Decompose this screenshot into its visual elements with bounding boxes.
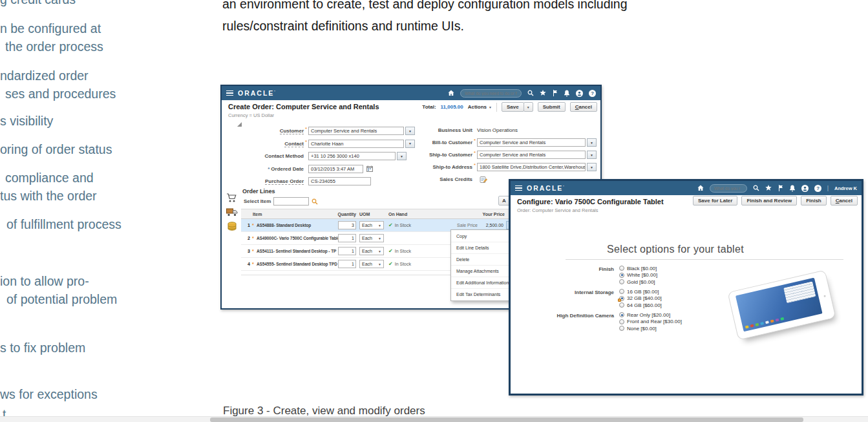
save-button[interactable]: Save: [502, 102, 524, 112]
option-group-label: High Definition Camera: [511, 312, 614, 331]
uom-select[interactable]: Each▼: [359, 247, 384, 255]
search-icon[interactable]: [753, 185, 759, 191]
order-form-right-column: Business Unit*Vision OperationsBill-to C…: [372, 124, 597, 185]
column-header: Quantity: [338, 209, 356, 218]
save-for-later-button[interactable]: Save for Later: [693, 196, 737, 206]
form-row-right: Ship-to Customer*Computer Service and Re…: [372, 149, 597, 161]
context-menu-item[interactable]: Edit Line Details: [451, 242, 509, 253]
select-item-input[interactable]: [273, 197, 309, 206]
cart-icon[interactable]: [226, 193, 237, 203]
home-icon[interactable]: [697, 185, 704, 191]
column-header: UOM: [359, 209, 370, 218]
radio-option[interactable]: 64 GB [$60.00]: [619, 302, 662, 308]
left-text-fragment: ion to allow pro-: [0, 274, 89, 289]
edit-sales-credits-icon[interactable]: [478, 175, 488, 184]
dropdown-button[interactable]: ▼: [587, 163, 597, 171]
radio-button[interactable]: [619, 273, 624, 278]
favorites-star-icon[interactable]: [540, 90, 546, 96]
favorites-star-icon[interactable]: [765, 185, 772, 191]
field-label-text: Sales Credits: [439, 176, 472, 182]
check-icon: ✔: [388, 222, 393, 228]
user-circle-icon[interactable]: [801, 185, 809, 192]
uom-select[interactable]: Each▼: [359, 221, 384, 229]
scrollbar-thumb[interactable]: [210, 417, 803, 422]
context-menu-item[interactable]: Manage Attachments: [451, 265, 509, 277]
field-label: Customer: [223, 128, 304, 134]
search-input[interactable]: [465, 91, 517, 96]
quantity-input[interactable]: [338, 221, 356, 229]
radio-button[interactable]: [619, 296, 624, 301]
menu-icon[interactable]: [226, 90, 233, 96]
search-icon[interactable]: [527, 90, 534, 96]
field-label: Purchase Order: [223, 178, 304, 184]
home-icon[interactable]: [448, 90, 454, 96]
flag-icon[interactable]: [552, 90, 558, 96]
context-menu-item[interactable]: Edit Additional Information: [451, 277, 509, 288]
radio-option[interactable]: White [$0.00]: [619, 273, 657, 278]
dropdown-button[interactable]: ▼: [587, 138, 597, 147]
save-options-button[interactable]: ▼: [524, 102, 533, 112]
heading-rule: [566, 259, 843, 260]
tablet-camera-dot: [823, 295, 826, 297]
submit-button[interactable]: Submit: [538, 102, 566, 112]
line-number: 3: [241, 245, 250, 257]
field-input[interactable]: Computer Service and Rentals: [477, 151, 586, 159]
chevron-down-icon: ▼: [378, 224, 381, 227]
radio-label: Rear Only [$20.00]: [627, 312, 670, 318]
context-menu-item[interactable]: Edit Tax Determinants: [451, 288, 509, 300]
coins-icon[interactable]: [227, 222, 237, 231]
radio-button[interactable]: [619, 302, 624, 308]
finish-button[interactable]: Finish: [801, 196, 827, 206]
help-icon[interactable]: ?: [589, 90, 596, 97]
quantity-input[interactable]: [338, 234, 356, 242]
radio-button[interactable]: [619, 279, 624, 284]
search-icon[interactable]: [312, 198, 318, 205]
quantity-input[interactable]: [338, 247, 356, 255]
radio-button[interactable]: [619, 289, 624, 294]
help-icon[interactable]: ?: [814, 185, 821, 192]
field-input[interactable]: 03/12/2015 3:47 AM: [308, 165, 363, 173]
required-asterisk: *: [252, 245, 254, 257]
radio-option[interactable]: 32 GB [$40.00]: [619, 296, 662, 301]
context-menu-item[interactable]: Copy: [451, 231, 509, 242]
context-menu-item[interactable]: Delete: [451, 253, 509, 265]
radio-button[interactable]: [619, 326, 624, 331]
radio-option[interactable]: 16 GB [$0.00]: [619, 289, 662, 294]
field-input[interactable]: Computer Service and Rentals: [477, 138, 586, 147]
radio-option[interactable]: Front and Rear [$30.00]: [619, 319, 682, 324]
field-input[interactable]: 1800 Satellite Drive,Distribution Center…: [477, 163, 586, 171]
radio-option[interactable]: Rear Only [$20.00]: [619, 312, 682, 317]
radio-button[interactable]: [619, 266, 624, 271]
cancel-button[interactable]: Cancel: [831, 196, 858, 206]
notifications-bell-icon[interactable]: [789, 185, 796, 192]
radio-option[interactable]: Black [$0.00]: [619, 266, 657, 271]
radio-option[interactable]: Gold [$0.00]: [619, 279, 657, 284]
uom-select[interactable]: Each▼: [359, 260, 384, 268]
options-heading: Select options for your tablet: [511, 244, 840, 255]
user-name[interactable]: Andrew K: [834, 185, 857, 191]
total-value: 11,005.00: [441, 104, 463, 110]
field-label: Ship-to Address: [372, 164, 472, 170]
actions-dropdown[interactable]: Actions▼: [468, 104, 492, 110]
uom-select[interactable]: Each▼: [359, 234, 384, 242]
cancel-button[interactable]: Cancel: [570, 102, 597, 112]
search-input[interactable]: [714, 186, 743, 191]
dropdown-button[interactable]: ▼: [587, 151, 597, 159]
radio-button[interactable]: [619, 319, 624, 324]
menu-icon[interactable]: [515, 185, 522, 191]
quantity-input[interactable]: [338, 260, 356, 268]
radio-option[interactable]: None [$0.00]: [619, 326, 682, 331]
field-label-text: Business Unit: [438, 127, 472, 133]
truck-icon[interactable]: [226, 208, 238, 216]
horizontal-scrollbar[interactable]: [0, 416, 868, 422]
search-field: [710, 184, 747, 193]
notifications-bell-icon[interactable]: [564, 90, 570, 97]
finish-and-review-button[interactable]: Finish and Review: [741, 196, 797, 206]
user-circle-icon[interactable]: [576, 90, 583, 97]
on-hand-status: In Stock: [395, 223, 411, 227]
document-page: an environment to create, test and deplo…: [0, 0, 868, 422]
field-input[interactable]: CS-234055: [308, 177, 371, 185]
radio-button[interactable]: [619, 312, 624, 317]
flag-icon[interactable]: [778, 185, 783, 191]
option-group-label: Finish: [511, 266, 614, 284]
